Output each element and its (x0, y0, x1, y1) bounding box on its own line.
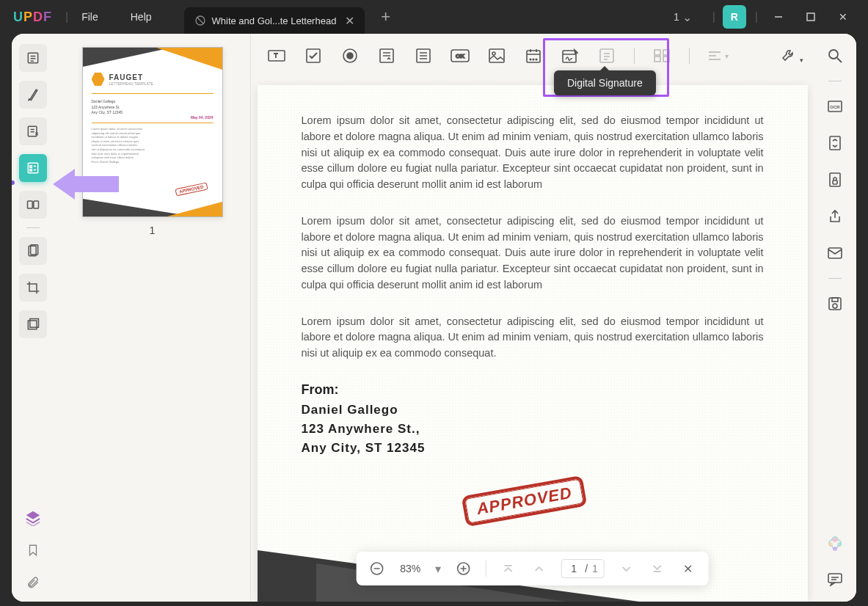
paragraph: Lorem ipsum dolor sit amet, consectetur … (302, 213, 764, 293)
approved-stamp: APPROVED (461, 475, 587, 527)
annotate-tool[interactable] (19, 81, 47, 109)
date-field-tool[interactable] (524, 46, 543, 65)
thumbnail-panel: FAUGETLETTERHEAD TEMPLATE Daniel Gallego… (54, 34, 251, 602)
menu-file[interactable]: File (81, 11, 98, 23)
separator (828, 81, 842, 81)
email-button[interactable] (823, 241, 847, 265)
svg-rect-34 (489, 49, 504, 62)
page-number-input[interactable]: 1/1 (561, 559, 605, 578)
next-page-button[interactable] (618, 560, 635, 577)
zoom-out-button[interactable] (368, 560, 385, 577)
zoom-value[interactable]: 83% (400, 563, 420, 574)
svg-text:OK: OK (456, 53, 464, 59)
zoom-in-button[interactable] (454, 560, 472, 577)
from-city: Any City, ST 12345 (302, 439, 764, 458)
alignment-dropdown[interactable]: ▾ (707, 50, 729, 62)
document-area: OK ▾ ▾ Digital Signature Lorem ipsum dol… (251, 34, 814, 602)
separator (634, 48, 635, 64)
forms-tool[interactable] (19, 154, 47, 182)
separator: | (712, 10, 715, 23)
from-street: 123 Anywhere St., (302, 420, 764, 439)
left-sidebar (12, 34, 54, 602)
menu-help[interactable]: Help (131, 11, 152, 23)
svg-point-73 (833, 304, 837, 308)
thumbnail-page-number: 1 (150, 224, 156, 236)
title-right-controls: 1 ⌄ | R | ✕ (674, 5, 859, 29)
radio-tool[interactable] (340, 46, 360, 65)
form-properties-tool[interactable] (597, 46, 616, 65)
minimize-button[interactable] (762, 5, 795, 29)
dropdown-tool[interactable] (377, 46, 396, 65)
save-button[interactable] (823, 292, 847, 315)
prev-page-button[interactable] (530, 560, 547, 577)
document-tab[interactable]: White and Gol...te Letterhead ✕ (184, 7, 365, 34)
right-sidebar: OCR (814, 34, 856, 602)
last-page-button[interactable] (649, 560, 666, 577)
svg-point-74 (833, 538, 837, 542)
organize-tool[interactable] (19, 191, 47, 219)
comments-button[interactable] (823, 568, 847, 591)
separator (828, 278, 842, 279)
tooltip-digital-signature: Digital Signature (554, 70, 656, 95)
separator (485, 561, 486, 577)
new-tab-button[interactable]: + (381, 7, 390, 26)
titlebar: UPDF | File Help White and Gol...te Lett… (0, 0, 868, 34)
image-field-tool[interactable] (487, 46, 506, 65)
ai-assistant-button[interactable] (823, 533, 847, 556)
svg-rect-50 (663, 50, 669, 55)
compress-tool[interactable] (19, 237, 47, 265)
from-label: From: (302, 382, 764, 398)
tab-close-button[interactable]: ✕ (345, 14, 354, 28)
svg-text:OCR: OCR (830, 105, 840, 109)
svg-point-40 (530, 59, 531, 60)
maximize-button[interactable] (795, 5, 827, 29)
svg-rect-51 (654, 56, 660, 62)
digital-signature-tool[interactable] (561, 46, 580, 65)
svg-rect-2 (807, 13, 814, 21)
svg-rect-72 (832, 298, 838, 302)
reader-tool[interactable] (19, 44, 47, 72)
share-button[interactable] (823, 205, 847, 228)
ocr-button[interactable]: OCR (823, 95, 847, 118)
svg-point-63 (829, 50, 838, 59)
zoom-dropdown-icon[interactable]: ▾ (435, 562, 441, 576)
attachment-button[interactable] (21, 571, 45, 594)
watermark-tool[interactable] (19, 310, 47, 338)
grid-tool[interactable] (652, 46, 671, 65)
from-block: From: Daniel Gallego 123 Anywhere St., A… (302, 382, 764, 459)
window-count[interactable]: 1 (674, 11, 679, 23)
listbox-tool[interactable] (414, 46, 433, 65)
separator: | (65, 10, 68, 23)
layers-button[interactable] (21, 506, 45, 530)
crop-tool[interactable] (19, 274, 47, 302)
svg-point-77 (828, 542, 833, 547)
paragraph: Lorem ipsum dolor sit amet, consectetur … (302, 314, 764, 362)
svg-rect-45 (600, 49, 613, 62)
edit-tool[interactable] (19, 117, 47, 145)
button-tool[interactable]: OK (451, 46, 470, 65)
separator (26, 227, 40, 228)
page-navigation-bar: 83% ▾ 1/1 ✕ (356, 552, 709, 585)
text-field-tool[interactable] (267, 46, 286, 65)
svg-rect-15 (28, 201, 33, 208)
active-indicator-dot (12, 180, 15, 185)
chevron-down-icon[interactable]: ⌄ (682, 10, 692, 24)
svg-rect-52 (663, 56, 669, 62)
close-nav-button[interactable]: ✕ (679, 560, 697, 577)
tab-title: White and Gol...te Letterhead (212, 15, 337, 26)
from-name: Daniel Gallego (302, 401, 764, 420)
protect-button[interactable] (823, 168, 847, 191)
svg-rect-11 (30, 166, 32, 168)
search-button[interactable] (823, 44, 847, 67)
first-page-button[interactable] (499, 560, 517, 577)
tools-dropdown[interactable]: ▾ (778, 46, 798, 65)
app-logo: UPDF (13, 10, 52, 25)
document-viewport[interactable]: Lorem ipsum dolor sit amet, consectetur … (251, 78, 814, 602)
convert-button[interactable] (823, 131, 847, 155)
user-avatar[interactable]: R (723, 5, 746, 29)
form-toolbar: OK ▾ ▾ Digital Signature (251, 34, 814, 78)
bookmark-button[interactable] (21, 539, 45, 562)
checkbox-tool[interactable] (304, 46, 323, 65)
svg-point-75 (837, 542, 842, 547)
close-window-button[interactable]: ✕ (827, 5, 859, 29)
